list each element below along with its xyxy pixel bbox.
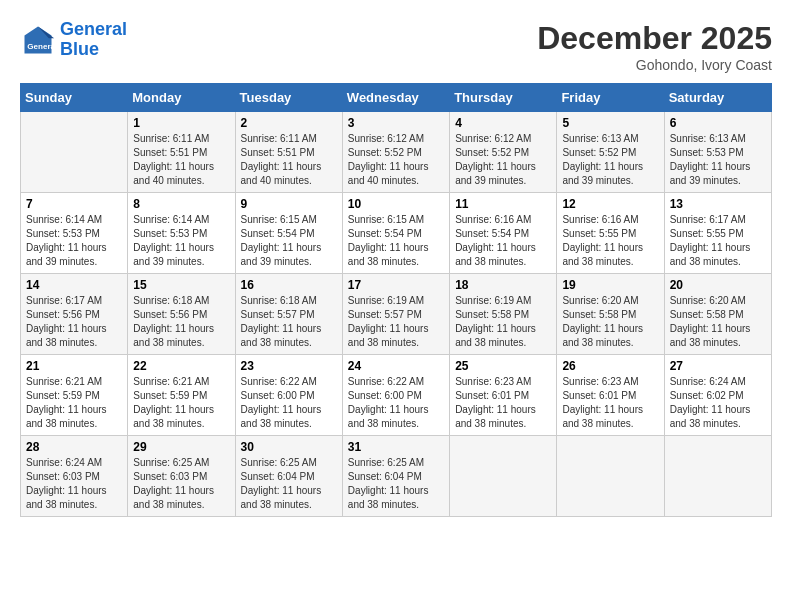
day-info: Sunrise: 6:22 AMSunset: 6:00 PMDaylight:… — [348, 375, 444, 431]
week-row-1: 1Sunrise: 6:11 AMSunset: 5:51 PMDaylight… — [21, 112, 772, 193]
page-header: General General Blue December 2025 Gohon… — [20, 20, 772, 73]
day-info: Sunrise: 6:19 AMSunset: 5:57 PMDaylight:… — [348, 294, 444, 350]
day-cell: 5Sunrise: 6:13 AMSunset: 5:52 PMDaylight… — [557, 112, 664, 193]
day-info: Sunrise: 6:18 AMSunset: 5:57 PMDaylight:… — [241, 294, 337, 350]
logo: General General Blue — [20, 20, 127, 60]
day-number: 21 — [26, 359, 122, 373]
day-info: Sunrise: 6:17 AMSunset: 5:55 PMDaylight:… — [670, 213, 766, 269]
day-cell: 29Sunrise: 6:25 AMSunset: 6:03 PMDayligh… — [128, 436, 235, 517]
day-cell: 3Sunrise: 6:12 AMSunset: 5:52 PMDaylight… — [342, 112, 449, 193]
day-number: 23 — [241, 359, 337, 373]
day-cell: 20Sunrise: 6:20 AMSunset: 5:58 PMDayligh… — [664, 274, 771, 355]
day-cell: 13Sunrise: 6:17 AMSunset: 5:55 PMDayligh… — [664, 193, 771, 274]
day-cell: 27Sunrise: 6:24 AMSunset: 6:02 PMDayligh… — [664, 355, 771, 436]
day-cell: 6Sunrise: 6:13 AMSunset: 5:53 PMDaylight… — [664, 112, 771, 193]
day-info: Sunrise: 6:19 AMSunset: 5:58 PMDaylight:… — [455, 294, 551, 350]
logo-text: General Blue — [60, 20, 127, 60]
month-title: December 2025 — [537, 20, 772, 57]
day-number: 30 — [241, 440, 337, 454]
day-info: Sunrise: 6:23 AMSunset: 6:01 PMDaylight:… — [562, 375, 658, 431]
location: Gohondo, Ivory Coast — [537, 57, 772, 73]
day-cell: 22Sunrise: 6:21 AMSunset: 5:59 PMDayligh… — [128, 355, 235, 436]
day-cell — [557, 436, 664, 517]
day-cell — [664, 436, 771, 517]
day-info: Sunrise: 6:25 AMSunset: 6:04 PMDaylight:… — [241, 456, 337, 512]
day-cell — [450, 436, 557, 517]
day-number: 20 — [670, 278, 766, 292]
day-number: 5 — [562, 116, 658, 130]
day-number: 13 — [670, 197, 766, 211]
day-number: 1 — [133, 116, 229, 130]
day-cell: 10Sunrise: 6:15 AMSunset: 5:54 PMDayligh… — [342, 193, 449, 274]
day-number: 4 — [455, 116, 551, 130]
day-number: 16 — [241, 278, 337, 292]
day-cell: 14Sunrise: 6:17 AMSunset: 5:56 PMDayligh… — [21, 274, 128, 355]
day-cell: 7Sunrise: 6:14 AMSunset: 5:53 PMDaylight… — [21, 193, 128, 274]
day-number: 12 — [562, 197, 658, 211]
day-number: 11 — [455, 197, 551, 211]
weekday-header-row: SundayMondayTuesdayWednesdayThursdayFrid… — [21, 84, 772, 112]
day-cell: 1Sunrise: 6:11 AMSunset: 5:51 PMDaylight… — [128, 112, 235, 193]
weekday-header-friday: Friday — [557, 84, 664, 112]
day-number: 15 — [133, 278, 229, 292]
day-number: 17 — [348, 278, 444, 292]
day-cell: 8Sunrise: 6:14 AMSunset: 5:53 PMDaylight… — [128, 193, 235, 274]
day-cell: 31Sunrise: 6:25 AMSunset: 6:04 PMDayligh… — [342, 436, 449, 517]
day-cell: 9Sunrise: 6:15 AMSunset: 5:54 PMDaylight… — [235, 193, 342, 274]
weekday-header-monday: Monday — [128, 84, 235, 112]
day-info: Sunrise: 6:25 AMSunset: 6:04 PMDaylight:… — [348, 456, 444, 512]
weekday-header-saturday: Saturday — [664, 84, 771, 112]
weekday-header-sunday: Sunday — [21, 84, 128, 112]
day-number: 24 — [348, 359, 444, 373]
day-info: Sunrise: 6:15 AMSunset: 5:54 PMDaylight:… — [241, 213, 337, 269]
day-number: 26 — [562, 359, 658, 373]
day-info: Sunrise: 6:17 AMSunset: 5:56 PMDaylight:… — [26, 294, 122, 350]
day-info: Sunrise: 6:11 AMSunset: 5:51 PMDaylight:… — [133, 132, 229, 188]
svg-text:General: General — [27, 42, 56, 51]
day-cell: 28Sunrise: 6:24 AMSunset: 6:03 PMDayligh… — [21, 436, 128, 517]
day-number: 31 — [348, 440, 444, 454]
day-cell: 2Sunrise: 6:11 AMSunset: 5:51 PMDaylight… — [235, 112, 342, 193]
week-row-3: 14Sunrise: 6:17 AMSunset: 5:56 PMDayligh… — [21, 274, 772, 355]
title-block: December 2025 Gohondo, Ivory Coast — [537, 20, 772, 73]
day-info: Sunrise: 6:24 AMSunset: 6:03 PMDaylight:… — [26, 456, 122, 512]
day-cell: 26Sunrise: 6:23 AMSunset: 6:01 PMDayligh… — [557, 355, 664, 436]
day-info: Sunrise: 6:16 AMSunset: 5:55 PMDaylight:… — [562, 213, 658, 269]
day-number: 28 — [26, 440, 122, 454]
day-cell: 18Sunrise: 6:19 AMSunset: 5:58 PMDayligh… — [450, 274, 557, 355]
day-info: Sunrise: 6:18 AMSunset: 5:56 PMDaylight:… — [133, 294, 229, 350]
day-info: Sunrise: 6:22 AMSunset: 6:00 PMDaylight:… — [241, 375, 337, 431]
day-cell — [21, 112, 128, 193]
week-row-4: 21Sunrise: 6:21 AMSunset: 5:59 PMDayligh… — [21, 355, 772, 436]
week-row-2: 7Sunrise: 6:14 AMSunset: 5:53 PMDaylight… — [21, 193, 772, 274]
day-info: Sunrise: 6:20 AMSunset: 5:58 PMDaylight:… — [670, 294, 766, 350]
day-number: 25 — [455, 359, 551, 373]
day-info: Sunrise: 6:14 AMSunset: 5:53 PMDaylight:… — [26, 213, 122, 269]
calendar-table: SundayMondayTuesdayWednesdayThursdayFrid… — [20, 83, 772, 517]
day-cell: 19Sunrise: 6:20 AMSunset: 5:58 PMDayligh… — [557, 274, 664, 355]
day-info: Sunrise: 6:16 AMSunset: 5:54 PMDaylight:… — [455, 213, 551, 269]
day-info: Sunrise: 6:24 AMSunset: 6:02 PMDaylight:… — [670, 375, 766, 431]
day-number: 7 — [26, 197, 122, 211]
day-info: Sunrise: 6:20 AMSunset: 5:58 PMDaylight:… — [562, 294, 658, 350]
day-number: 14 — [26, 278, 122, 292]
day-number: 6 — [670, 116, 766, 130]
weekday-header-wednesday: Wednesday — [342, 84, 449, 112]
weekday-header-tuesday: Tuesday — [235, 84, 342, 112]
day-number: 3 — [348, 116, 444, 130]
day-info: Sunrise: 6:13 AMSunset: 5:52 PMDaylight:… — [562, 132, 658, 188]
day-number: 27 — [670, 359, 766, 373]
day-number: 22 — [133, 359, 229, 373]
day-number: 29 — [133, 440, 229, 454]
day-number: 8 — [133, 197, 229, 211]
day-number: 19 — [562, 278, 658, 292]
day-cell: 12Sunrise: 6:16 AMSunset: 5:55 PMDayligh… — [557, 193, 664, 274]
day-cell: 23Sunrise: 6:22 AMSunset: 6:00 PMDayligh… — [235, 355, 342, 436]
day-info: Sunrise: 6:12 AMSunset: 5:52 PMDaylight:… — [455, 132, 551, 188]
day-cell: 30Sunrise: 6:25 AMSunset: 6:04 PMDayligh… — [235, 436, 342, 517]
day-info: Sunrise: 6:13 AMSunset: 5:53 PMDaylight:… — [670, 132, 766, 188]
day-cell: 16Sunrise: 6:18 AMSunset: 5:57 PMDayligh… — [235, 274, 342, 355]
day-info: Sunrise: 6:15 AMSunset: 5:54 PMDaylight:… — [348, 213, 444, 269]
day-number: 18 — [455, 278, 551, 292]
day-cell: 24Sunrise: 6:22 AMSunset: 6:00 PMDayligh… — [342, 355, 449, 436]
